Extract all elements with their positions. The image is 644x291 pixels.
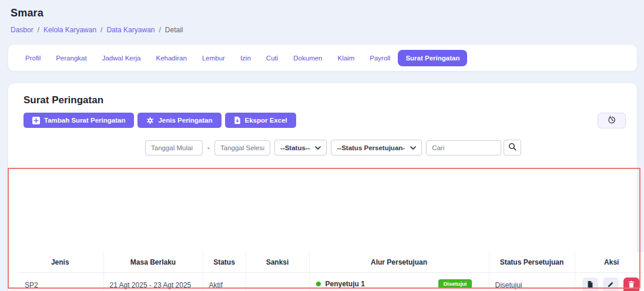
gear-icon bbox=[146, 117, 154, 124]
file-text-icon bbox=[587, 280, 593, 290]
tab-payroll[interactable]: Payroll bbox=[362, 50, 398, 66]
breadcrumb: Dasbor / Kelola Karyawan / Data Karyawan… bbox=[11, 26, 183, 34]
pencil-icon bbox=[607, 281, 614, 290]
column-header-aksi: Aksi bbox=[575, 252, 644, 272]
approval-status-select[interactable]: --Status Persetujuan- bbox=[331, 140, 422, 155]
status-select[interactable]: --Status-- bbox=[274, 140, 327, 155]
table-row: SP2 21 Agt 2025 - 23 Agt 2025 Aktif Peny… bbox=[17, 272, 644, 291]
tab-lembur[interactable]: Lembur bbox=[194, 50, 233, 66]
column-header-status-persetujuan: Status Persetujuan bbox=[489, 252, 575, 272]
tab-bar: Profil Perangkat Jadwal Kerja Kehadiran … bbox=[8, 45, 637, 71]
section-title: Surat Peringatan bbox=[24, 94, 103, 106]
page-title: Smara bbox=[11, 7, 183, 19]
file-download-icon bbox=[234, 116, 241, 124]
history-icon bbox=[608, 116, 616, 126]
status-select-value: --Status-- bbox=[280, 144, 310, 151]
cell-status: Aktif bbox=[203, 272, 246, 291]
actions-row: Tambah Surat Peringatan Jenis Peringatan… bbox=[24, 113, 296, 128]
add-warning-letter-label: Tambah Surat Peringatan bbox=[44, 117, 125, 124]
cell-sanksi bbox=[246, 272, 309, 291]
cell-jenis: SP2 bbox=[17, 272, 103, 291]
column-header-alur-persetujuan: Alur Persetujuan bbox=[309, 252, 489, 272]
search-input[interactable] bbox=[426, 140, 501, 155]
main-card: Surat Peringatan Tambah Surat Peringatan… bbox=[8, 83, 637, 291]
add-warning-letter-button[interactable]: Tambah Surat Peringatan bbox=[24, 113, 134, 128]
edit-button[interactable] bbox=[603, 278, 619, 291]
history-button[interactable] bbox=[598, 113, 626, 128]
start-date-input[interactable] bbox=[145, 140, 203, 155]
cell-status-persetujuan: Disetujui bbox=[489, 272, 575, 291]
breadcrumb-separator: / bbox=[100, 26, 102, 34]
page-header: Smara Dasbor / Kelola Karyawan / Data Ka… bbox=[11, 7, 183, 34]
search-icon bbox=[508, 143, 516, 153]
tab-klaim[interactable]: Klaim bbox=[330, 50, 363, 66]
column-header-status: Status bbox=[203, 252, 246, 272]
plus-square-icon bbox=[32, 117, 40, 124]
tab-surat-peringatan[interactable]: Surat Peringatan bbox=[398, 50, 467, 66]
breadcrumb-data-karyawan[interactable]: Data Karyawan bbox=[106, 26, 155, 34]
delete-button[interactable] bbox=[623, 278, 639, 291]
chevron-down-icon bbox=[315, 144, 321, 151]
view-document-button[interactable] bbox=[582, 278, 598, 291]
tab-cuti[interactable]: Cuti bbox=[259, 50, 286, 66]
approver-title: Penyetuju 1 bbox=[326, 279, 365, 289]
chevron-down-icon bbox=[410, 144, 416, 151]
table-header-row: Jenis Masa Berlaku Status Sanksi Alur Pe… bbox=[17, 252, 644, 272]
trash-icon bbox=[628, 280, 635, 290]
tab-perangkat[interactable]: Perangkat bbox=[48, 50, 94, 66]
export-excel-button[interactable]: Ekspor Excel bbox=[225, 113, 296, 128]
column-header-sanksi: Sanksi bbox=[246, 252, 309, 272]
warning-types-label: Jenis Peringatan bbox=[158, 117, 212, 124]
cell-alur-persetujuan: Penyetuju 1 Disetujui Peninjau: Soulluna… bbox=[309, 272, 489, 291]
tab-dokumen[interactable]: Dokumen bbox=[286, 50, 330, 66]
tabs-card: Profil Perangkat Jadwal Kerja Kehadiran … bbox=[8, 45, 637, 71]
tab-izin[interactable]: Izin bbox=[233, 50, 259, 66]
approval-step: Penyetuju 1 Disetujui bbox=[316, 279, 482, 289]
breadcrumb-current: Detail bbox=[165, 26, 183, 34]
export-excel-label: Ekspor Excel bbox=[245, 117, 287, 124]
approval-badge: Disetujui bbox=[438, 279, 471, 289]
cell-aksi bbox=[575, 272, 644, 291]
breadcrumb-kelola-karyawan[interactable]: Kelola Karyawan bbox=[43, 26, 96, 34]
breadcrumb-separator: / bbox=[38, 26, 39, 34]
date-range-separator: - bbox=[207, 144, 210, 152]
breadcrumb-dasbor[interactable]: Dasbor bbox=[11, 26, 33, 34]
approval-status-select-value: --Status Persetujuan- bbox=[337, 144, 405, 151]
column-header-masa-berlaku: Masa Berlaku bbox=[103, 252, 203, 272]
cell-masa-berlaku: 21 Agt 2025 - 23 Agt 2025 bbox=[103, 272, 203, 291]
approved-status-dot bbox=[316, 282, 321, 286]
search-button[interactable] bbox=[504, 140, 521, 155]
page: Smara Dasbor / Kelola Karyawan / Data Ka… bbox=[0, 0, 644, 291]
breadcrumb-separator: / bbox=[159, 26, 160, 34]
warning-types-button[interactable]: Jenis Peringatan bbox=[137, 113, 221, 128]
tab-jadwal-kerja[interactable]: Jadwal Kerja bbox=[95, 50, 149, 66]
column-header-jenis: Jenis bbox=[17, 252, 103, 272]
tab-profil[interactable]: Profil bbox=[18, 50, 48, 66]
tab-kehadiran[interactable]: Kehadiran bbox=[148, 50, 194, 66]
end-date-input[interactable] bbox=[214, 140, 270, 155]
filters-row: - --Status-- --Status Persetujuan- bbox=[145, 140, 521, 155]
warning-letters-table: Jenis Masa Berlaku Status Sanksi Alur Pe… bbox=[17, 252, 644, 291]
warning-type: SP2 bbox=[25, 280, 98, 290]
